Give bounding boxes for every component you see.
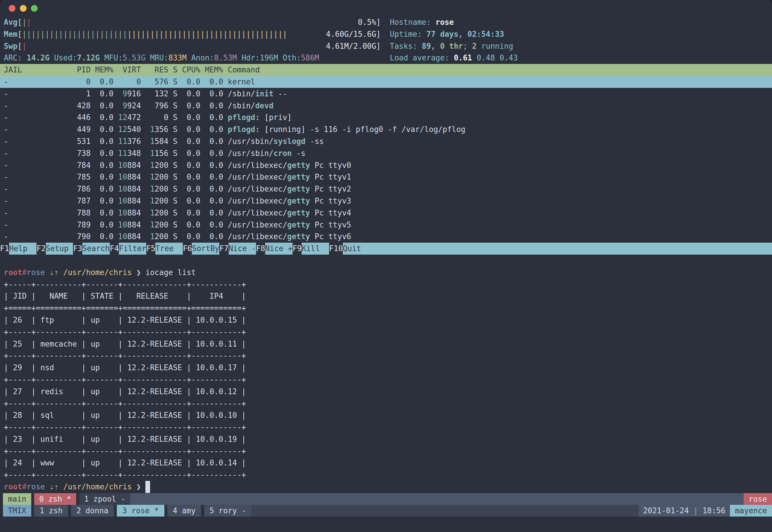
tmux-local-host-badge: mayence	[730, 505, 772, 517]
hostname-line: Hostname: rose	[390, 16, 518, 28]
tmux-status-row-1: main 0 zsh *1 zpool - rose	[0, 493, 772, 505]
process-row[interactable]: - 449 0.0 12540 1356 S 0.0 0.0 pflogd: […	[0, 124, 772, 135]
tmux-session[interactable]: 5 rory -	[204, 505, 252, 517]
tmux-tmix-label: TMIX	[3, 505, 31, 517]
tmux-status-row-2: TMIX 1 zsh2 donna3 rose *4 amy5 rory - 2…	[0, 505, 772, 517]
tmux-datetime-separator: |	[693, 506, 698, 515]
fkey-f9[interactable]: F9Kill	[293, 243, 329, 255]
fkey-f5[interactable]: F5Tree	[146, 243, 183, 255]
iocage-jail-table: +-----+----------+-------+--------------…	[0, 279, 772, 481]
tmux-time: 18:56	[703, 506, 725, 515]
process-row[interactable]: - 788 0.0 10884 1200 S 0.0 0.0 /usr/libe…	[0, 207, 772, 219]
terminal-window: Avg[||0.5%]Mem[|||||||||||||||||||||||||…	[0, 0, 772, 532]
tmux-row1-fill	[130, 493, 744, 505]
tmux-row2-fill	[251, 505, 638, 517]
process-table: - 0 0.0 0 576 S 0.0 0.0 kernel- 1 0.0 99…	[0, 76, 772, 243]
process-row[interactable]: - 785 0.0 10884 1200 S 0.0 0.0 /usr/libe…	[0, 171, 772, 183]
tmux-status-bar: main 0 zsh *1 zpool - rose TMIX 1 zsh2 d…	[0, 493, 772, 517]
process-row-selected[interactable]: - 0 0.0 0 576 S 0.0 0.0 kernel	[0, 76, 772, 88]
process-row[interactable]: - 786 0.0 10884 1200 S 0.0 0.0 /usr/libe…	[0, 183, 772, 195]
process-table-header[interactable]: JAIL PID MEM% VIRT RES S CPU% MEM% Comma…	[0, 64, 772, 76]
tasks-line: Tasks: 89, 0 thr; 2 running	[390, 40, 518, 52]
htop-function-key-bar: F1Help F2Setup F3SearchF4FilterF5Tree F6…	[0, 243, 772, 255]
process-row[interactable]: - 738 0.0 11348 1156 S 0.0 0.0 /usr/sbin…	[0, 147, 772, 159]
htop-system-info: Hostname: roseUptime: 77 days, 02:54:33T…	[390, 16, 518, 64]
load-average-line: Load average: 0.61 0.48 0.43	[390, 52, 518, 64]
tmux-session[interactable]: 1 zsh	[34, 505, 68, 517]
htop-meters: Avg[||0.5%]Mem[|||||||||||||||||||||||||…	[0, 16, 381, 64]
text-cursor[interactable]	[145, 481, 150, 493]
blank-line	[0, 255, 772, 267]
shell-prompt-history: root#rose ⇣⇡ /usr/home/chris ❯ iocage li…	[0, 267, 772, 279]
macos-titlebar	[0, 0, 772, 16]
process-row[interactable]: - 1 0.0 9916 132 S 0.0 0.0 /sbin/init --	[0, 88, 772, 100]
process-row[interactable]: - 446 0.0 12472 0 S 0.0 0.0 pflogd: [pri…	[0, 112, 772, 124]
process-row[interactable]: - 790 0.0 10884 1200 S 0.0 0.0 /usr/libe…	[0, 231, 772, 243]
uptime-line: Uptime: 77 days, 02:54:33	[390, 28, 518, 40]
process-row[interactable]: - 428 0.0 9924 796 S 0.0 0.0 /sbin/devd	[0, 100, 772, 112]
meter-mem: Mem[||||||||||||||||||||||||||||||||||||…	[0, 28, 381, 40]
tmux-session[interactable]: 4 amy	[167, 505, 201, 517]
process-row[interactable]: - 784 0.0 10884 1200 S 0.0 0.0 /usr/libe…	[0, 159, 772, 171]
fkey-f3[interactable]: F3Search	[73, 243, 109, 255]
tmux-window[interactable]: 0 zsh *	[34, 493, 76, 505]
tmux-session-name[interactable]: main	[3, 493, 31, 505]
tmux-hostname-badge: rose	[744, 493, 772, 505]
tmux-datetime: 2021-01-24 | 18:56	[639, 505, 730, 517]
tmux-window[interactable]: 1 zpool -	[79, 493, 130, 505]
close-button[interactable]	[9, 5, 15, 12]
meter-swp: Swp[|4.61M/2.00G]	[0, 40, 381, 52]
fkey-f7[interactable]: F7Nice -	[219, 243, 256, 255]
fkey-f10[interactable]: F10Quit	[329, 243, 772, 255]
process-row[interactable]: - 789 0.0 10884 1200 S 0.0 0.0 /usr/libe…	[0, 219, 772, 231]
fkey-f8[interactable]: F8Nice +	[256, 243, 293, 255]
process-row[interactable]: - 787 0.0 10884 1200 S 0.0 0.0 /usr/libe…	[0, 195, 772, 207]
tmux-date: 2021-01-24	[643, 506, 689, 515]
fkey-f4[interactable]: F4Filter	[110, 243, 146, 255]
tmux-session[interactable]: 2 donna	[71, 505, 114, 517]
shell-prompt-current[interactable]: root#rose ⇣⇡ /usr/home/chris ❯	[0, 481, 772, 493]
minimize-button[interactable]	[20, 5, 27, 12]
zfs-arc-stats: ARC: 14.2G Used:7.12G MFU:5.53G MRU:833M…	[0, 52, 381, 64]
fkey-f6[interactable]: F6SortBy	[183, 243, 219, 255]
zoom-button[interactable]	[31, 5, 38, 12]
meter-avg: Avg[||0.5%]	[0, 16, 381, 28]
fkey-f2[interactable]: F2Setup	[36, 243, 73, 255]
process-row[interactable]: - 531 0.0 11376 1584 S 0.0 0.0 /usr/sbin…	[0, 135, 772, 147]
htop-header-section: Avg[||0.5%]Mem[|||||||||||||||||||||||||…	[0, 16, 772, 64]
fkey-f1[interactable]: F1Help	[0, 243, 36, 255]
tmux-session-active[interactable]: 3 rose *	[117, 505, 164, 517]
